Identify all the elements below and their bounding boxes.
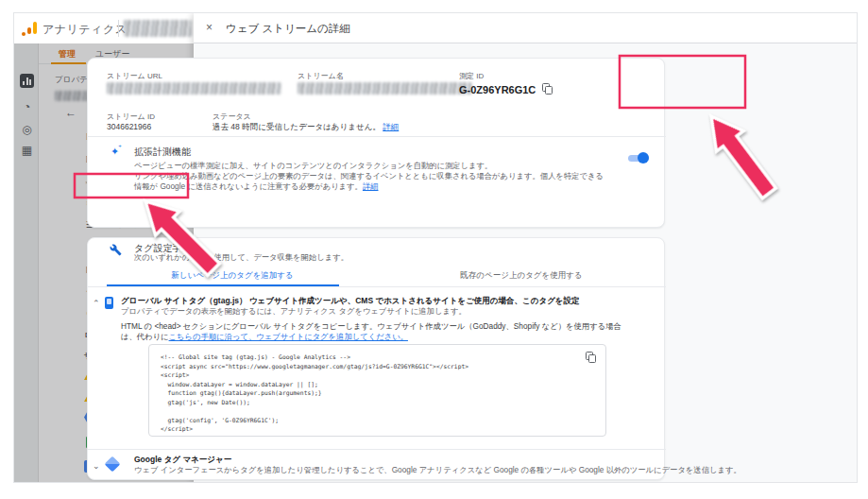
code-line	[161, 406, 577, 416]
status-label: ステータス	[213, 112, 251, 122]
tag-tab-2[interactable]: 既存のページ上のタグを使用する	[377, 263, 666, 286]
copy-measurement-id-icon[interactable]	[542, 83, 553, 95]
code-line: function gtag(){dataLayer.push(arguments…	[161, 388, 577, 398]
code-line: <script>	[161, 370, 577, 380]
redacted-stream-name	[298, 82, 472, 95]
gtag-instruction-link[interactable]: こちらの手順に沿って、ウェブサイトにタグを追加してください。	[169, 332, 408, 341]
measurement-id-label: 測定 ID	[459, 71, 484, 81]
measurement-id-value: G-0Z96YR6G1C	[459, 84, 536, 95]
analytics-logo-icon	[21, 21, 38, 36]
expand-chevron-icon[interactable]: ⌄	[93, 461, 100, 471]
gtag-code-box: <!-- Global site tag (gtag.js) - Google …	[148, 344, 606, 437]
enhanced-measurement-title: 拡張計測機能	[134, 146, 191, 159]
gtm-accordion-desc: ウェブ インターフェースからタグを追加したり管理したりすることで、Google …	[134, 465, 741, 475]
gtag-icon	[105, 297, 113, 309]
stream-details-card: ストリーム URL ストリーム名 測定 ID G-0Z96YR6G1C ストリー…	[87, 58, 665, 228]
enhanced-details-link[interactable]: 詳細	[363, 181, 379, 191]
desc-line-1: ページビューの標準測定に加え、サイトのコンテンツとのインタラクションを自動的に測…	[134, 161, 492, 170]
gtag-accordion-subtitle: プロパティでデータの表示を開始するには、アナリティクス タグをウェブサイトに追加…	[121, 306, 467, 317]
accordion-divider	[88, 449, 666, 450]
collapse-chevron-icon[interactable]: ⌃	[93, 299, 100, 308]
stream-id-label: ストリーム ID	[107, 112, 155, 122]
status-details-link[interactable]: 詳細	[383, 122, 399, 131]
enhanced-measurement-desc: ページビューの標準測定に加え、サイトのコンテンツとのインタラクションを自動的に測…	[134, 161, 611, 193]
panel-title: ウェブ ストリームの詳細	[226, 22, 350, 36]
app-header: アナリティクス	[14, 13, 194, 43]
tag-manager-icon	[105, 456, 121, 473]
card-divider	[88, 136, 666, 137]
code-line: gtag('config', 'G-0Z96YR6G1C');	[161, 416, 577, 425]
close-icon[interactable]: ×	[206, 21, 213, 34]
header-divider	[118, 20, 119, 37]
app-title: アナリティクス	[43, 22, 127, 38]
code-line: gtag('js', new Date());	[161, 398, 577, 407]
enhanced-measurement-icon: ✦+	[111, 146, 123, 158]
redacted-account-text	[124, 20, 192, 37]
stream-id-value: 3046621966	[107, 122, 151, 131]
code-line: window.dataLayer = window.dataLayer || […	[161, 380, 577, 389]
tag-tab-1[interactable]: 新しいページ上のタグを追加する	[88, 263, 377, 286]
panel-header: × ウェブ ストリームの詳細	[194, 13, 858, 43]
gtag-instruction: HTML の <head> セクションにグローバル サイトタグをコピーします。ウ…	[121, 321, 636, 342]
tag-setup-card: タグ設定手順 次のいずれかの方法を使用して、データ収集を開始します。 新しいペー…	[87, 237, 665, 480]
redacted-stream-url	[107, 82, 281, 95]
copy-code-icon[interactable]	[586, 352, 596, 364]
tag-setup-subtitle: 次のいずれかの方法を使用して、データ収集を開始します。	[134, 252, 349, 263]
code-line: <!-- Global site tag (gtag.js) - Google …	[161, 353, 577, 362]
wrench-icon	[110, 244, 122, 256]
code-lines: <!-- Global site tag (gtag.js) - Google …	[161, 353, 577, 434]
enhanced-measurement-toggle[interactable]	[628, 153, 649, 163]
code-line: <script async src="https://www.googletag…	[161, 362, 577, 371]
screenshot-stage: アナリティクス ◔ ◎ ▦ ⚙ 管理 ユーザー プロパティ + プロパティを作成…	[0, 0, 868, 499]
status-value: 過去 48 時間に受信したデータはありません。 詳細	[213, 122, 399, 133]
status-text: 過去 48 時間に受信したデータはありません。	[213, 122, 381, 131]
stream-url-label: ストリーム URL	[107, 71, 162, 81]
code-line: </script>	[161, 424, 577, 434]
stream-name-label: ストリーム名	[298, 71, 344, 81]
tag-setup-tabs: 新しいページ上のタグを追加する既存のページ上のタグを使用する	[88, 263, 666, 287]
analytics-window: アナリティクス ◔ ◎ ▦ ⚙ 管理 ユーザー プロパティ + プロパティを作成…	[13, 12, 858, 483]
